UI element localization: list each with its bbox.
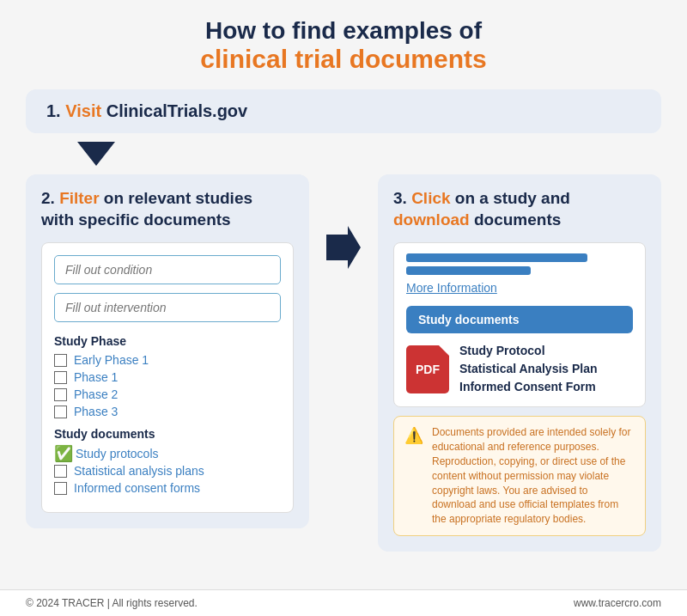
arrow-down-icon [77, 142, 115, 166]
disclaimer-box: ⚠️ Documents provided are intended solel… [393, 416, 646, 536]
doc-line-1 [406, 253, 587, 262]
footer: © 2024 TRACER | All rights reserved. www… [0, 589, 687, 616]
doc-line-2 [406, 266, 531, 275]
doc-protocols-checkmark[interactable]: ✅ [54, 446, 69, 460]
phase3-label: Phase 3 [74, 405, 118, 418]
doc-preview-box: More Information Study documents PDF Stu… [393, 242, 646, 407]
doc-protocols-label: Study protocols [76, 447, 159, 460]
step3-section: 3. Click on a study anddownload document… [378, 174, 661, 552]
doc-analysis-label: Statistical analysis plans [74, 464, 204, 478]
step1-box: 1. Visit ClinicalTrials.gov [26, 89, 661, 133]
step1-text: 1. Visit ClinicalTrials.gov [46, 101, 247, 121]
phase-early-checkbox[interactable] [54, 354, 67, 367]
pdf-icon: PDF [406, 345, 449, 393]
pdf-line3: Informed Consent Form [459, 380, 596, 393]
arrow-down [77, 142, 661, 169]
step2-title: 2. Filter on relevant studieswith specif… [41, 188, 294, 230]
doc-consent-item: Informed consent forms [54, 481, 281, 495]
pdf-line2: Statistical Analysis Plan [459, 362, 598, 375]
phase2-label: Phase 2 [74, 387, 118, 401]
step3-download-label: download [393, 210, 470, 229]
disclaimer-text: Documents provided are intended solely f… [432, 425, 635, 527]
step1-domain[interactable]: ClinicalTrials.gov [106, 101, 248, 120]
title-line1: How to find examples of [26, 17, 661, 45]
step1-number: 1. [46, 101, 65, 120]
phase3-checkbox[interactable] [54, 406, 67, 418]
phase1-item: Phase 1 [54, 370, 281, 384]
doc-analysis-item: Statistical analysis plans [54, 464, 281, 478]
filter-box: Study Phase Early Phase 1 Phase 1 Phase … [41, 242, 294, 513]
pdf-item: PDF Study Protocol Statistical Analysis … [406, 342, 633, 396]
step2-number: 2. [41, 189, 59, 207]
phase2-item: Phase 2 [54, 387, 281, 401]
steps-row: 2. Filter on relevant studieswith specif… [26, 174, 661, 552]
phase1-checkbox[interactable] [54, 371, 67, 384]
more-info-link[interactable]: More Information [406, 281, 497, 295]
step2-filter-label: Filter [59, 189, 99, 207]
doc-protocols-item: ✅ Study protocols [54, 446, 281, 460]
svg-marker-0 [326, 226, 361, 269]
phase3-item: Phase 3 [54, 405, 281, 418]
study-phase-label: Study Phase [54, 334, 281, 348]
footer-copyright: © 2024 TRACER | All rights reserved. [26, 597, 198, 609]
doc-consent-checkbox[interactable] [54, 482, 67, 495]
study-docs-label: Study documents [54, 427, 281, 441]
step1-highlight: Visit [65, 101, 106, 120]
step3-number: 3. [393, 189, 411, 207]
step3-middle: on a study and [451, 189, 570, 207]
condition-input[interactable] [54, 255, 281, 284]
title-section: How to find examples of clinical trial d… [26, 17, 661, 74]
phase-early-item: Early Phase 1 [54, 353, 281, 367]
phase-early-label: Early Phase 1 [74, 353, 149, 367]
phase1-label: Phase 1 [74, 370, 118, 384]
arrow-right-icon [326, 226, 361, 269]
intervention-input[interactable] [54, 293, 281, 322]
step3-title: 3. Click on a study anddownload document… [393, 188, 646, 230]
doc-analysis-checkbox[interactable] [54, 465, 67, 478]
pdf-line1: Study Protocol [459, 344, 545, 357]
doc-lines [406, 253, 633, 275]
warning-icon: ⚠️ [404, 426, 423, 445]
step2-section: 2. Filter on relevant studieswith specif… [26, 174, 309, 528]
step3-end: documents [470, 210, 562, 229]
title-line2: clinical trial documents [26, 45, 661, 74]
study-docs-bar: Study documents [406, 306, 633, 333]
arrow-right-container [326, 174, 361, 269]
footer-website: www.tracercro.com [574, 597, 661, 609]
doc-consent-label: Informed consent forms [74, 481, 200, 495]
pdf-text: Study Protocol Statistical Analysis Plan… [459, 342, 598, 396]
phase2-checkbox[interactable] [54, 388, 67, 401]
step3-click-label: Click [411, 189, 450, 207]
